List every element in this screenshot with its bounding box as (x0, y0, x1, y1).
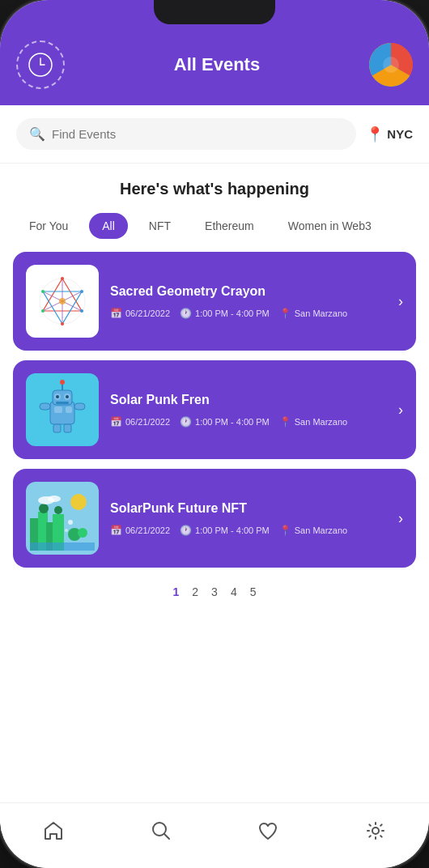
filter-tab-ethereum[interactable]: Ethereum (192, 213, 267, 239)
svg-point-25 (56, 395, 59, 398)
svg-point-19 (41, 290, 45, 293)
svg-point-4 (383, 57, 399, 73)
page-1[interactable]: 1 (170, 584, 183, 600)
event-info-1: Sacred Geometry Crayon 📅 06/21/2022 🕐 1:… (110, 283, 387, 320)
svg-point-53 (372, 828, 379, 834)
page-4[interactable]: 4 (227, 584, 240, 600)
event-thumbnail-2 (26, 373, 99, 446)
page-title: All Events (65, 54, 369, 75)
nav-favorites[interactable] (240, 813, 295, 849)
search-icon: 🔍 (29, 126, 45, 142)
svg-rect-46 (30, 542, 95, 551)
svg-point-16 (41, 309, 45, 313)
event-card-2[interactable]: Solar Punk Fren 📅 06/21/2022 🕐 1:00 PM -… (13, 360, 416, 459)
svg-rect-27 (56, 402, 69, 404)
location-selector[interactable]: 📍 NYC (366, 126, 413, 143)
search-input[interactable] (52, 127, 343, 141)
event-time-1: 🕐 1:00 PM - 4:00 PM (180, 308, 270, 319)
settings-icon (364, 819, 387, 842)
event-info-3: SolarPunk Future NFT 📅 06/21/2022 🕐 1:00… (110, 500, 387, 537)
filter-tabs: For You All NFT Ethereum Women in Web3 (0, 206, 429, 252)
bottom-nav (0, 802, 429, 868)
event-meta-1: 📅 06/21/2022 🕐 1:00 PM - 4:00 PM 📍 San M… (110, 308, 387, 319)
svg-rect-28 (54, 406, 62, 413)
filter-tab-women[interactable]: Women in Web3 (275, 213, 384, 239)
filter-tab-foryou[interactable]: For You (16, 213, 81, 239)
svg-rect-32 (40, 403, 50, 410)
svg-point-45 (65, 529, 68, 532)
notch (154, 0, 275, 24)
avatar[interactable] (369, 43, 413, 87)
event-time-3: 🕐 1:00 PM - 4:00 PM (180, 525, 270, 536)
clock-icon-1: 🕐 (180, 308, 192, 319)
page-5[interactable]: 5 (247, 584, 260, 600)
content-area: 🔍 📍 NYC Here's what's happening For You … (0, 105, 429, 802)
svg-point-18 (80, 290, 83, 293)
svg-rect-29 (66, 406, 72, 413)
clock-icon-3: 🕐 (180, 525, 192, 536)
svg-point-17 (61, 322, 64, 326)
pin-icon-1: 📍 (279, 308, 291, 319)
event-card-3[interactable]: SolarPunk Future NFT 📅 06/21/2022 🕐 1:00… (13, 469, 416, 568)
event-date-3: 📅 06/21/2022 (110, 525, 170, 536)
search-section: 🔍 📍 NYC (0, 105, 429, 164)
svg-point-50 (48, 496, 61, 502)
event-meta-3: 📅 06/21/2022 🕐 1:00 PM - 4:00 PM 📍 San M… (110, 525, 387, 536)
event-card-1[interactable]: Sacred Geometry Crayon 📅 06/21/2022 🕐 1:… (13, 252, 416, 351)
svg-point-14 (61, 277, 64, 280)
nav-search[interactable] (134, 813, 189, 849)
filter-tab-all[interactable]: All (89, 213, 128, 239)
svg-point-26 (66, 395, 69, 398)
clock-icon-2: 🕐 (180, 416, 192, 428)
heart-icon (257, 819, 279, 842)
event-thumbnail-3 (26, 482, 99, 555)
svg-point-13 (59, 298, 66, 304)
event-date-1: 📅 06/21/2022 (110, 308, 170, 319)
svg-point-48 (78, 528, 87, 538)
svg-point-44 (68, 520, 73, 525)
search-nav-icon (150, 819, 172, 842)
calendar-icon-3: 📅 (110, 525, 122, 536)
filter-tab-nft[interactable]: NFT (136, 213, 184, 239)
svg-rect-33 (74, 403, 85, 410)
chevron-right-icon-3: › (398, 510, 403, 527)
pagination: 1 2 3 4 5 (0, 568, 429, 616)
event-meta-2: 📅 06/21/2022 🕐 1:00 PM - 4:00 PM 📍 San M… (110, 416, 387, 428)
event-location-3: 📍 San Marzano (279, 525, 347, 536)
home-icon (42, 819, 65, 842)
section-title: Here's what's happening (16, 180, 413, 198)
event-date-2: 📅 06/21/2022 (110, 416, 170, 428)
location-label: NYC (387, 127, 413, 141)
chevron-right-icon-2: › (398, 402, 403, 419)
svg-line-52 (164, 834, 169, 839)
calendar-icon-1: 📅 (110, 308, 122, 319)
event-location-2: 📍 San Marzano (279, 416, 347, 428)
pin-icon-3: 📍 (279, 525, 291, 536)
event-info-2: Solar Punk Fren 📅 06/21/2022 🕐 1:00 PM -… (110, 392, 387, 428)
event-name-3: SolarPunk Future NFT (110, 500, 387, 517)
svg-point-43 (54, 506, 62, 514)
happening-section: Here's what's happening (0, 164, 429, 206)
event-thumbnail-1 (26, 265, 99, 338)
calendar-icon-2: 📅 (110, 416, 122, 428)
event-location-1: 📍 San Marzano (279, 308, 347, 319)
search-bar[interactable]: 🔍 (16, 118, 356, 150)
event-time-2: 🕐 1:00 PM - 4:00 PM (180, 416, 270, 428)
event-name-2: Solar Punk Fren (110, 392, 387, 409)
nav-settings[interactable] (348, 813, 403, 849)
pin-icon-2: 📍 (279, 416, 291, 428)
location-pin-icon: 📍 (366, 126, 384, 143)
nav-home[interactable] (26, 813, 81, 849)
svg-rect-30 (53, 424, 61, 432)
event-name-1: Sacred Geometry Crayon (110, 283, 387, 300)
svg-point-37 (70, 494, 87, 510)
svg-rect-31 (64, 424, 71, 432)
svg-point-15 (80, 309, 83, 313)
clock-icon[interactable] (16, 40, 65, 89)
events-list: Sacred Geometry Crayon 📅 06/21/2022 🕐 1:… (0, 252, 429, 568)
page-3[interactable]: 3 (208, 584, 221, 600)
chevron-right-icon-1: › (398, 293, 403, 310)
svg-point-42 (39, 504, 49, 513)
page-2[interactable]: 2 (189, 584, 202, 600)
svg-point-35 (60, 380, 65, 385)
